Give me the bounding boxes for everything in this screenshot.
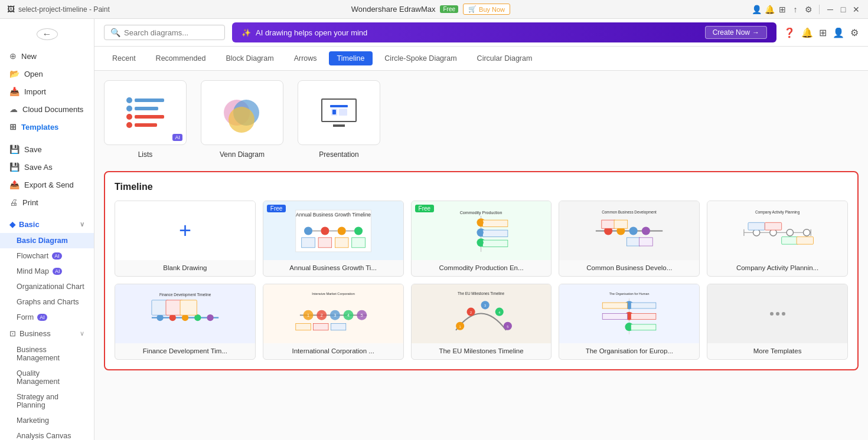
apps-icon[interactable]: ⊞	[819, 27, 827, 38]
tab-circle-spoke[interactable]: Circle-Spoke Diagram	[376, 51, 465, 65]
svg-rect-12	[351, 237, 365, 247]
template-blank-drawing[interactable]: + Blank Drawing	[115, 201, 256, 277]
svg-rect-88	[631, 303, 657, 309]
ai-banner[interactable]: ✨ AI drawing helps open your mind Create…	[232, 22, 776, 42]
create-now-label: Create Now	[713, 28, 750, 37]
sidebar-item-open[interactable]: 📂 Open	[0, 65, 94, 83]
sidebar-section-basic[interactable]: ◆ Basic ∨	[0, 216, 94, 233]
eu-milestones-svg: The EU Milestones Timeline 1 2 3 4	[418, 288, 544, 339]
bell-icon[interactable]: 🔔	[801, 27, 813, 38]
sidebar-sub-analysis[interactable]: Analysis Canvas	[0, 428, 94, 440]
sidebar-item-import[interactable]: 📥 Import	[0, 83, 94, 100]
sidebar-sub-biz-mgmt[interactable]: Business Management	[0, 342, 94, 366]
tab-arrows[interactable]: Arrows	[286, 51, 325, 65]
sidebar-item-export[interactable]: 📤 Export & Send	[0, 176, 94, 193]
org-europ-preview: The Organisation for Human	[559, 284, 699, 343]
sidebar-item-templates[interactable]: ⊞ Templates	[0, 118, 94, 136]
tab-block-diagram[interactable]: Block Diagram	[217, 51, 282, 65]
tab-recommended[interactable]: Recommended	[148, 51, 214, 65]
svg-rect-31	[614, 220, 628, 228]
sidebar-sub-quality[interactable]: Quality Management	[0, 366, 94, 389]
notification-icon[interactable]: 🔔	[765, 5, 774, 14]
sidebar-item-print[interactable]: 🖨 Print	[0, 193, 94, 211]
template-company-activity[interactable]: Company Activity Planning	[707, 201, 848, 277]
template-intl-corp[interactable]: Intensive Market Corporation 1 2 3	[263, 284, 404, 360]
sidebar-label-export: Export & Send	[24, 180, 74, 189]
template-eu-milestones[interactable]: The EU Milestones Timeline 1 2 3 4	[411, 284, 552, 360]
svg-rect-45	[797, 237, 813, 244]
org-europ-svg: The Organisation for Human	[566, 288, 692, 339]
sidebar-sub-orgchart[interactable]: Organizational Chart	[0, 279, 94, 294]
new-icon: ⊕	[9, 51, 17, 61]
svg-text:Commodity Production: Commodity Production	[460, 211, 502, 215]
sidebar-sub-marketing[interactable]: Marketing	[0, 413, 94, 428]
app-name: Wondershare EdrawMax	[351, 5, 436, 14]
sidebar-item-save[interactable]: 💾 Save	[0, 140, 94, 158]
back-button[interactable]: ←	[37, 28, 58, 40]
sidebar-section-business[interactable]: ⊡ Business ∨	[0, 325, 94, 342]
minimize-button[interactable]: ─	[825, 5, 835, 14]
orgchart-label: Organizational Chart	[17, 283, 84, 291]
svg-rect-43	[765, 222, 781, 230]
grid-icon[interactable]: ⊞	[778, 5, 787, 14]
finance-dev-svg: Finance Development Timeline	[122, 288, 248, 339]
svg-text:3: 3	[334, 314, 336, 318]
svg-rect-18	[483, 230, 508, 237]
print-icon: 🖨	[9, 198, 18, 207]
template-card-venn[interactable]: Venn Diagram	[201, 80, 283, 159]
flowchart-label: Flowchart	[17, 252, 48, 260]
tab-recent[interactable]: Recent	[104, 51, 144, 65]
sidebar-label-import: Import	[24, 87, 46, 96]
sidebar-sub-strategy[interactable]: Strategy and Planning	[0, 389, 94, 413]
gear-icon[interactable]: ⚙	[850, 27, 859, 38]
basic-icon: ◆	[9, 220, 15, 229]
top-icons: ❓ 🔔 ⊞ 👤 ⚙	[784, 27, 859, 38]
svg-rect-20	[483, 240, 508, 247]
template-card-lists[interactable]: AI Lists	[104, 80, 187, 159]
sidebar-sub-mindmap[interactable]: Mind Map AI	[0, 264, 94, 279]
template-card-presentation[interactable]: Presentation	[298, 80, 380, 159]
tab-circular[interactable]: Circular Diagram	[469, 51, 541, 65]
template-more[interactable]: More Templates	[707, 284, 848, 360]
tab-timeline[interactable]: Timeline	[329, 51, 373, 65]
lists-label: Lists	[138, 150, 153, 159]
user-icon[interactable]: 👤	[833, 27, 844, 38]
search-input[interactable]	[124, 28, 218, 37]
svg-text:2: 2	[470, 311, 472, 314]
template-commodity[interactable]: Free Commodity Production	[411, 201, 552, 277]
template-org-europ[interactable]: The Organisation for Human	[559, 284, 700, 360]
svg-text:The Organisation for Human: The Organisation for Human	[609, 293, 650, 296]
top-bar: 🔍 ✨ AI drawing helps open your mind Crea…	[94, 19, 868, 47]
settings-icon[interactable]: ⚙	[804, 5, 813, 14]
buy-now-button[interactable]: 🛒 Buy Now	[463, 4, 510, 15]
svg-point-5	[354, 226, 363, 235]
sidebar-sub-basic-diagram[interactable]: Basic Diagram	[0, 233, 94, 248]
maximize-button[interactable]: □	[838, 5, 848, 14]
profile-icon[interactable]: 👤	[752, 5, 761, 14]
blank-preview: +	[115, 201, 255, 260]
sidebar-item-new[interactable]: ⊕ New	[0, 47, 94, 65]
more-templates-label: More Templates	[707, 343, 847, 359]
venn-label: Venn Diagram	[220, 150, 265, 159]
title-bar-center: Wondershare EdrawMax Free 🛒 Buy Now	[351, 4, 510, 15]
help-icon[interactable]: ❓	[784, 27, 795, 38]
sidebar-label-print: Print	[22, 198, 38, 207]
open-icon: 📂	[9, 69, 19, 78]
close-button[interactable]: ✕	[851, 5, 861, 14]
sidebar-sub-flowchart[interactable]: Flowchart AI	[0, 248, 94, 264]
org-europ-label: The Organisation for Europ...	[559, 343, 699, 359]
search-box[interactable]: 🔍	[104, 25, 225, 40]
template-finance-dev[interactable]: Finance Development Timeline	[115, 284, 256, 360]
share-icon[interactable]: ↑	[791, 5, 800, 14]
title-bar-controls: 👤 🔔 ⊞ ↑ ⚙ ─ □ ✕	[752, 5, 861, 14]
sidebar-sub-form[interactable]: Form AI	[0, 310, 94, 325]
svg-point-23	[479, 240, 484, 245]
presentation-icon	[321, 98, 357, 127]
annual-growth-preview: Free Annual Business Growth Timeline	[263, 201, 403, 260]
template-common-biz[interactable]: Common Business Development	[559, 201, 700, 277]
sidebar-item-cloud[interactable]: ☁ Cloud Documents	[0, 100, 94, 118]
sidebar-item-saveas[interactable]: 💾 Save As	[0, 158, 94, 176]
sidebar-sub-graphs[interactable]: Graphs and Charts	[0, 294, 94, 310]
create-now-button[interactable]: Create Now →	[705, 26, 767, 39]
template-annual-growth[interactable]: Free Annual Business Growth Timeline	[263, 201, 404, 277]
